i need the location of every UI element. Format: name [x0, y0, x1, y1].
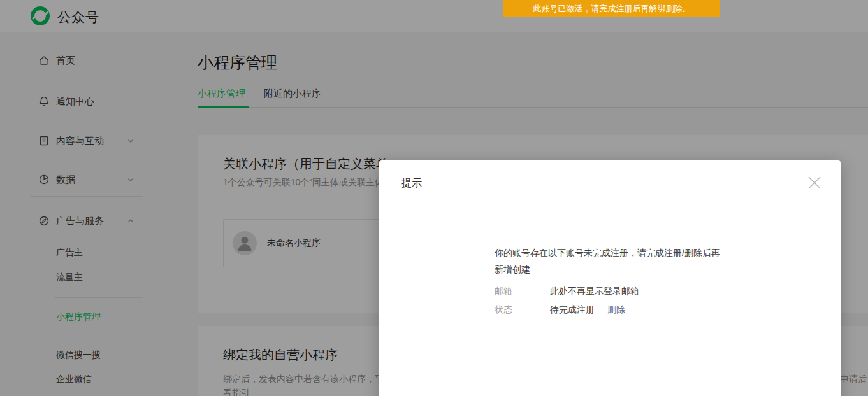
modal-title: 提示: [401, 177, 422, 190]
modal-detail-rows: 邮箱 此处不再显示登录邮箱 状态 待完成注册 删除: [495, 282, 749, 319]
delete-link[interactable]: 删除: [607, 304, 625, 316]
modal-body: 你的账号存在以下账号未完成注册，请完成注册/删除后再 新增创建 邮箱 此处不再显…: [495, 244, 749, 319]
email-row: 邮箱 此处不再显示登录邮箱: [495, 282, 749, 301]
app-window: 公众号 首页 通知中心 内容与互动: [0, 0, 868, 396]
status-row: 状态 待完成注册 删除: [495, 301, 749, 319]
email-value: 此处不再显示登录邮箱: [550, 286, 639, 297]
modal-message-line1: 你的账号存在以下账号未完成注册，请完成注册/删除后再: [495, 244, 749, 261]
modal-message-line2: 新增创建: [495, 261, 749, 278]
status-label: 状态: [495, 304, 550, 316]
status-value: 待完成注册: [550, 304, 595, 316]
notice-modal: 提示 你的账号存在以下账号未完成注册，请完成注册/删除后再 新增创建 邮箱 此处…: [379, 160, 841, 396]
close-icon[interactable]: [806, 174, 823, 191]
activation-warning-banner: 此账号已激活，请完成注册后再解绑删除。: [503, 0, 720, 17]
email-label: 邮箱: [495, 286, 550, 297]
modal-message: 你的账号存在以下账号未完成注册，请完成注册/删除后再 新增创建: [495, 244, 749, 278]
